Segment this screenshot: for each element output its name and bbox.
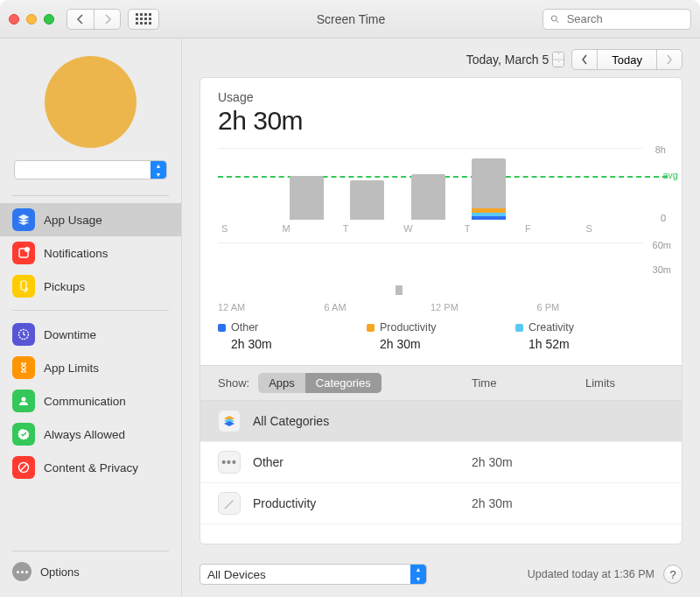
- table-rows: All Categories ••• Other 2h 30m: [200, 401, 682, 524]
- row-name: Productivity: [253, 496, 472, 510]
- avatar: [45, 56, 136, 148]
- x-tick: F: [522, 223, 582, 234]
- search-input[interactable]: [565, 11, 683, 26]
- search-icon: [550, 14, 560, 25]
- pen-icon: [218, 492, 241, 515]
- week-labels: S M T W T F S: [218, 223, 643, 234]
- sidebar-item-app-usage[interactable]: App Usage: [0, 203, 181, 236]
- check-badge-icon: [12, 423, 35, 446]
- stepper-icon: ˄˅: [552, 52, 564, 67]
- sidebar-item-communication[interactable]: Communication: [0, 384, 181, 418]
- week-columns: [218, 148, 643, 220]
- svg-point-3: [24, 247, 30, 252]
- prev-day-button[interactable]: [572, 50, 597, 69]
- x-tick: M: [278, 223, 339, 234]
- titlebar: Screen Time: [0, 0, 700, 39]
- row-time: 2h 30m: [472, 455, 585, 469]
- legend-value: 2h 30m: [367, 337, 515, 351]
- stepper-icon: ▲▼: [410, 565, 426, 584]
- no-entry-icon: [12, 456, 35, 479]
- minimize-window-button[interactable]: [26, 14, 37, 25]
- table-header: Show: Apps Categories Time Limits: [200, 365, 682, 401]
- sidebar-label: App Limits: [44, 362, 99, 375]
- date-label: Today, March 5: [466, 53, 550, 67]
- legend-item-creativity: Creativity 1h 52m: [515, 321, 664, 351]
- legend-value: 2h 30m: [218, 337, 367, 351]
- usage-value: 2h 30m: [218, 106, 664, 136]
- back-button[interactable]: [67, 10, 94, 29]
- legend-label: Other: [231, 321, 258, 334]
- window-title: Screen Time: [159, 12, 542, 26]
- person-icon: [12, 390, 35, 412]
- x-tick: 6 AM: [325, 302, 431, 313]
- sidebar-item-app-limits[interactable]: App Limits: [0, 351, 181, 384]
- avg-label: avg: [662, 170, 678, 180]
- legend-value: 1h 52m: [515, 337, 664, 351]
- col-limits: Limits: [585, 376, 664, 390]
- zoom-window-button[interactable]: [44, 14, 54, 25]
- search-field[interactable]: [542, 9, 691, 30]
- svg-line-8: [20, 464, 27, 471]
- svg-point-6: [22, 397, 26, 402]
- sidebar-item-content-privacy[interactable]: Content & Privacy: [0, 451, 181, 484]
- table-row[interactable]: All Categories: [200, 401, 682, 442]
- today-button[interactable]: Today: [597, 50, 656, 69]
- user-select[interactable]: ▲▼: [14, 160, 167, 179]
- x-tick: T: [340, 223, 400, 234]
- footer: All Devices ▲▼ Updated today at 1:36 PM …: [182, 555, 700, 597]
- row-time: 2h 30m: [472, 496, 585, 510]
- updated-label: Updated today at 1:36 PM: [528, 568, 654, 580]
- usage-header: Usage 2h 30m: [200, 78, 682, 143]
- legend-item-productivity: Productivity 2h 30m: [367, 321, 515, 351]
- pickups-icon: [12, 275, 35, 298]
- layers-icon: [12, 208, 35, 231]
- sidebar-label: Always Allowed: [44, 428, 125, 441]
- sidebar: ▲▼ App Usage Notifications: [0, 39, 182, 597]
- sidebar-item-notifications[interactable]: Notifications: [0, 236, 181, 270]
- toggle-apps[interactable]: Apps: [258, 373, 305, 393]
- stack-icon: [218, 410, 241, 432]
- svg-rect-4: [21, 281, 26, 290]
- date-picker[interactable]: Today, March 5 ˄˅: [466, 52, 565, 67]
- sidebar-group-settings: Downtime App Limits Communication: [0, 314, 181, 488]
- date-navigation: Today, March 5 ˄˅ Today: [182, 39, 700, 77]
- apps-categories-toggle: Apps Categories: [258, 373, 382, 393]
- sidebar-label: Pickups: [44, 280, 85, 293]
- sidebar-item-pickups[interactable]: Pickups: [0, 270, 181, 303]
- next-day-button[interactable]: [656, 50, 682, 69]
- sidebar-item-downtime[interactable]: Downtime: [0, 318, 181, 351]
- sidebar-group-reports: App Usage Notifications Pickups: [0, 200, 181, 306]
- show-label: Show:: [218, 376, 249, 390]
- main-content: Today, March 5 ˄˅ Today Usage 2h 30m 8h: [182, 39, 700, 597]
- forward-button[interactable]: [94, 10, 120, 29]
- row-name: All Categories: [253, 414, 472, 428]
- y-tick-bottom: 0: [661, 213, 666, 223]
- close-window-button[interactable]: [9, 14, 19, 25]
- col-time: Time: [472, 376, 585, 390]
- hourglass-icon: [12, 356, 35, 379]
- device-label: All Devices: [207, 568, 266, 581]
- table-row[interactable]: ••• Other 2h 30m: [200, 442, 682, 483]
- divider: [12, 551, 169, 551]
- ellipsis-circle-icon: [12, 562, 32, 581]
- chevron-right-icon: [666, 54, 673, 65]
- x-tick: S: [218, 223, 278, 234]
- downtime-icon: [12, 323, 35, 346]
- ellipsis-icon: •••: [218, 451, 241, 474]
- sidebar-options-button[interactable]: Options: [0, 555, 181, 588]
- divider: [12, 310, 169, 311]
- toggle-categories[interactable]: Categories: [305, 373, 382, 393]
- show-all-prefs-button[interactable]: [128, 9, 159, 30]
- svg-line-1: [556, 20, 559, 23]
- device-select[interactable]: All Devices ▲▼: [200, 564, 427, 585]
- chevron-left-icon: [76, 14, 85, 25]
- hour-labels: 12 AM 6 AM 12 PM 6 PM: [218, 302, 643, 313]
- sidebar-item-always-allowed[interactable]: Always Allowed: [0, 418, 181, 451]
- swatch-icon: [367, 324, 374, 332]
- help-button[interactable]: ?: [663, 565, 682, 584]
- content: ▲▼ App Usage Notifications: [0, 39, 700, 597]
- sidebar-label: Downtime: [44, 328, 96, 341]
- usage-panel: Usage 2h 30m 8h 0 avg: [200, 77, 682, 544]
- legend-item-other: Other 2h 30m: [218, 321, 367, 351]
- table-row[interactable]: Productivity 2h 30m: [200, 483, 682, 524]
